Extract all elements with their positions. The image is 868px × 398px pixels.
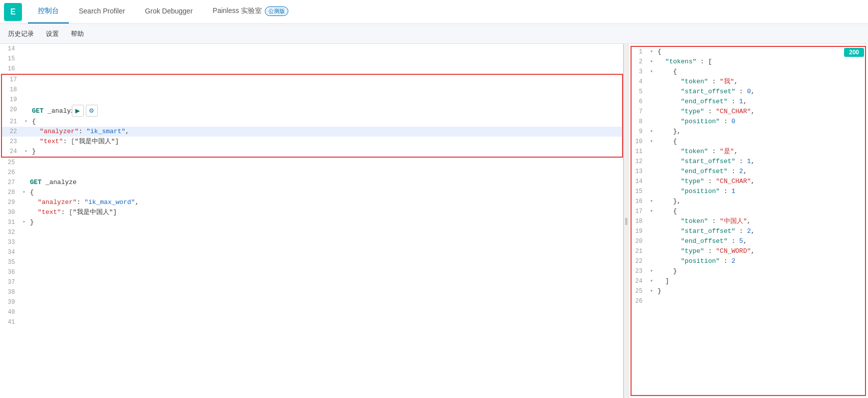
menu-help[interactable]: 帮助 [71,27,84,40]
output-line-content: { [655,67,865,77]
line-number: 15 [0,54,20,64]
output-line-number: 4 [632,77,648,87]
tab-console[interactable]: 控制台 [28,0,69,23]
line-content: } [30,147,622,157]
output-line-number: 5 [632,87,648,97]
output-line: 7 "type" : "CN_CHAR", [632,107,865,117]
editor-line: 19 [1,95,623,105]
line-number: 23 [2,137,22,147]
line-number: 22 [2,127,22,137]
line-gutter: ▾ [22,117,30,127]
output-line: 6 "end_offset" : 1, [632,97,865,107]
output-line-content: { [655,206,865,216]
output-line-content: "position" : 1 [655,187,865,197]
output-line-gutter: ▾ [648,67,655,77]
output-line-number: 22 [632,256,648,266]
line-number: 26 [0,168,20,178]
line-content: "text": ["我是中国人"] [30,137,622,147]
code-editor[interactable]: 14151617181920GET _analyze▶⚙21▾{22 "anal… [0,44,623,398]
editor-line: 34 [0,247,623,257]
panel-divider[interactable]: ‖ [624,44,629,398]
output-line: 24▾ ] [632,276,865,286]
line-number: 33 [0,237,20,247]
output-line: 1▾{ [632,47,865,57]
output-line-number: 23 [632,266,648,276]
line-gutter: ▾ [20,188,28,198]
output-line-content: "start_offset" : 0, [655,87,865,97]
output-line-number: 15 [632,187,648,197]
line-number: 19 [2,95,22,105]
output-line: 11 "token" : "是", [632,147,865,157]
editor-line: 35 [0,257,623,267]
line-gutter: ▾ [22,147,30,157]
line-number: 28 [0,188,20,198]
editor-line: 21▾{ [1,117,623,127]
line-number: 37 [0,277,20,287]
menu-history[interactable]: 历史记录 [8,27,34,40]
output-line-content: "type" : "CN_CHAR", [655,177,865,187]
output-line: 21 "type" : "CN_WORD", [632,246,865,256]
editor-line: 24▾} [1,147,623,158]
output-line-number: 13 [632,167,648,177]
editor-line: 16 [0,64,623,74]
settings-button[interactable]: ⚙ [86,105,98,117]
editor-line: 27GET _analyze [0,178,623,188]
run-button[interactable]: ▶ [72,105,84,117]
editor-line: 28▾{ [0,188,623,198]
output-line-gutter: ▾ [648,57,655,67]
editor-line: 33 [0,237,623,247]
editor-line: 41 [0,317,623,327]
output-line-number: 17 [632,206,648,216]
tab-grok-debugger[interactable]: Grok Debugger [135,0,203,23]
editor-line: 31▾} [0,217,623,227]
tab-search-profiler[interactable]: Search Profiler [69,0,135,23]
output-line-content: "tokens" : [ [655,57,865,67]
output-line-content: "token" : "我", [655,77,865,87]
line-number: 30 [0,207,20,217]
editor-line: 23 "text": ["我是中国人"] [1,137,623,147]
output-line: 5 "start_offset" : 0, [632,87,865,97]
output-line: 23▾ } [632,266,865,276]
output-line-number: 1 [632,47,648,57]
output-line: 8 "position" : 0 [632,117,865,127]
line-number: 29 [0,198,20,207]
editor-line: 17 [1,74,623,85]
output-line: 22 "position" : 2 [632,256,865,266]
line-content: } [28,217,623,227]
output-line-number: 20 [632,236,648,246]
output-line: 19 "start_offset" : 2, [632,226,865,236]
output-line-content: "position" : 2 [655,256,865,266]
nav-tabs: 控制台 Search Profiler Grok Debugger Painle… [28,0,298,23]
editor-line: 15 [0,54,623,64]
line-content: GET _analyze▶⚙ [30,105,622,117]
output-line: 4 "token" : "我", [632,77,865,87]
line-gutter: ▾ [20,217,28,227]
tab-painless[interactable]: Painless 实验室 公测版 [203,0,298,23]
logo-letter: E [10,7,16,16]
action-buttons: ▶⚙ [72,105,98,117]
output-line-number: 3 [632,67,648,77]
line-content: "analyzer": "ik_smart", [30,127,622,137]
output-line-content: { [655,47,865,57]
line-number: 31 [0,217,20,227]
output-line: 13 "end_offset" : 2, [632,167,865,177]
editor-line: 37 [0,277,623,287]
line-number: 36 [0,267,20,277]
output-line: 25▾} [632,286,865,296]
output-line: 2▾ "tokens" : [ [632,57,865,67]
menu-settings[interactable]: 设置 [46,27,59,40]
line-number: 38 [0,287,20,297]
output-line-number: 9 [632,127,648,137]
output-line-number: 18 [632,216,648,226]
line-number: 27 [0,178,20,188]
output-line-content: }, [655,127,865,137]
output-editor[interactable]: 1▾{2▾ "tokens" : [3▾ {4 "token" : "我",5 … [631,46,866,396]
output-line-number: 16 [632,197,648,206]
output-line-gutter: ▾ [648,266,655,276]
line-number: 24 [2,147,22,157]
output-line-gutter: ▾ [648,127,655,137]
output-line-gutter: ▾ [648,137,655,147]
editor-line: 20GET _analyze▶⚙ [1,105,623,117]
editor-line: 30 "text": ["我是中国人"] [0,207,623,217]
output-line-content: "start_offset" : 2, [655,226,865,236]
